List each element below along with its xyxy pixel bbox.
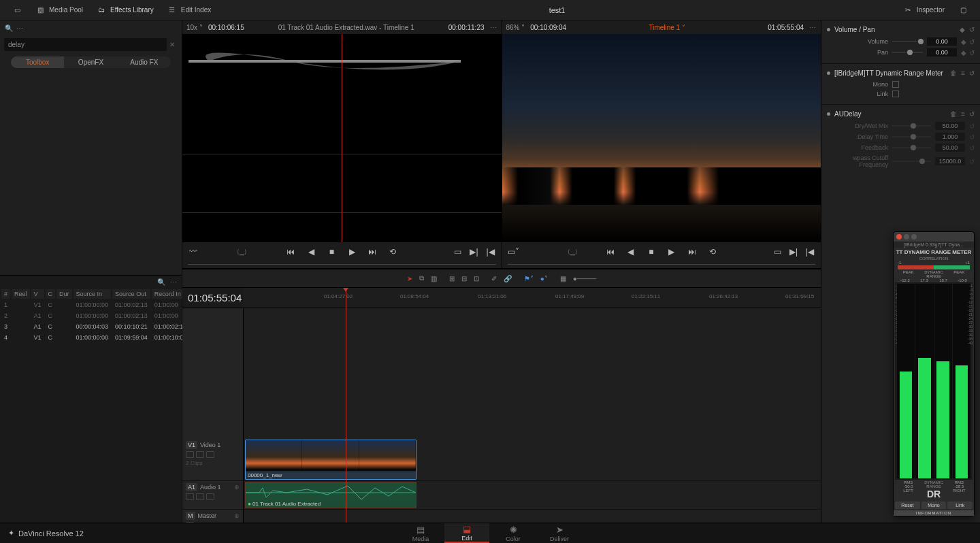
inspector-toggle[interactable]: ✂Inspector bbox=[896, 3, 951, 18]
zoom-dropdown[interactable]: 10x ˅ bbox=[186, 24, 203, 31]
table-row[interactable]: 4V1C01:00:00:0001:09:59:0401:00:10:0 bbox=[1, 333, 186, 342]
controls-icon[interactable]: ≡ bbox=[961, 69, 965, 77]
tab-openfx[interactable]: OpenFX bbox=[64, 56, 117, 68]
marker-dropdown[interactable]: ●˅ bbox=[540, 275, 548, 282]
volume-value[interactable]: 0.00 bbox=[927, 37, 957, 46]
audio-scrub-icon[interactable]: 〰 bbox=[188, 247, 199, 257]
stop-button[interactable]: ■ bbox=[326, 247, 337, 257]
table-row[interactable]: 2A1C01:00:00:0001:00:02:1301:00:00 bbox=[1, 311, 186, 320]
reset-icon[interactable]: ↺ bbox=[969, 110, 975, 118]
param-value[interactable]: 15000.0 bbox=[935, 157, 965, 165]
timeline-body[interactable]: 01:04:27:02 01:08:54:04 01:13:21:06 01:1… bbox=[244, 288, 821, 531]
source-scrubber[interactable] bbox=[182, 261, 502, 268]
match-frame-icon[interactable]: ▭ bbox=[772, 247, 783, 257]
workspace-menu-icon[interactable]: ▭ bbox=[5, 3, 29, 18]
match-frame-icon[interactable]: ▭ bbox=[453, 247, 463, 257]
link-checkbox[interactable] bbox=[892, 90, 899, 97]
table-row[interactable]: 1V1C01:00:00:0001:00:02:1301:00:00 bbox=[1, 300, 186, 310]
go-prev-icon[interactable]: |◀ bbox=[804, 247, 815, 257]
page-tab-edit[interactable]: ⬓Edit bbox=[444, 523, 489, 543]
next-frame-button[interactable]: ⏭ bbox=[367, 247, 378, 257]
delay-slider[interactable] bbox=[892, 136, 931, 137]
razor-tool-icon[interactable]: ▥ bbox=[431, 275, 437, 282]
keyframe-icon[interactable]: ◆ bbox=[961, 49, 966, 56]
media-pool-toggle[interactable]: ▧Media Pool bbox=[29, 3, 90, 18]
video-clip[interactable]: 00000_1_new bbox=[245, 440, 416, 480]
feedback-slider[interactable] bbox=[892, 147, 931, 148]
pan-value[interactable]: 0.00 bbox=[927, 48, 957, 56]
lopass-slider[interactable] bbox=[892, 161, 931, 162]
effects-library-toggle[interactable]: 🗂Effects Library bbox=[90, 3, 161, 18]
track-header-a1[interactable]: A1Audio 1⊕ bbox=[182, 481, 243, 510]
inspector-section-header[interactable]: AUDelay 🗑≡↺ bbox=[827, 110, 975, 118]
reset-icon[interactable]: ↺ bbox=[969, 69, 975, 77]
edit-index-toggle[interactable]: ☰Edit Index bbox=[161, 3, 218, 18]
options-icon[interactable]: ⋯ bbox=[16, 24, 24, 32]
trash-icon[interactable]: 🗑 bbox=[950, 69, 957, 77]
play-button[interactable]: ▶ bbox=[666, 247, 677, 257]
inspector-section-header[interactable]: [IBridgeM]TT Dynamic Range Meter 🗑≡↺ bbox=[827, 69, 975, 77]
reset-icon[interactable]: ↺ bbox=[969, 38, 975, 46]
video-track-1[interactable]: 00000_1_new bbox=[244, 439, 821, 481]
overwrite-clip-icon[interactable]: ⊟ bbox=[461, 275, 467, 282]
prev-frame-button[interactable]: ◀ bbox=[625, 247, 636, 257]
keyframe-icon[interactable]: ◆ bbox=[960, 26, 965, 33]
selection-tool-icon[interactable]: ➤ bbox=[407, 275, 412, 282]
tab-audiofx[interactable]: Audio FX bbox=[118, 56, 171, 68]
search-icon[interactable]: 🔍 bbox=[157, 277, 166, 286]
stop-button[interactable]: ■ bbox=[646, 247, 657, 257]
loop-button[interactable]: ⟲ bbox=[707, 247, 718, 257]
go-next-icon[interactable]: ▶| bbox=[788, 247, 799, 257]
controls-icon[interactable]: ≡ bbox=[961, 110, 965, 118]
blade-icon[interactable]: ✐ bbox=[491, 275, 497, 282]
zoom-dropdown[interactable]: 86% ˅ bbox=[506, 24, 525, 31]
first-frame-button[interactable]: ⏮ bbox=[605, 247, 616, 257]
program-canvas[interactable] bbox=[502, 34, 821, 242]
expand-icon[interactable]: ▢ bbox=[951, 3, 975, 18]
page-tab-deliver[interactable]: ➤Deliver bbox=[537, 523, 582, 543]
solo-icon[interactable] bbox=[206, 493, 214, 500]
timeline-view-icon[interactable]: ▦ bbox=[560, 275, 566, 282]
tab-toolbox[interactable]: Toolbox bbox=[11, 56, 64, 68]
track-toggle-icon[interactable] bbox=[186, 451, 194, 458]
dynamic-range-meter-window[interactable]: [IBridgeM 0.93g7]TT Dyna... TT DYNAMIC R… bbox=[893, 231, 975, 516]
viewer-options-icon[interactable]: ⋯ bbox=[809, 24, 817, 31]
lock-icon[interactable] bbox=[196, 493, 204, 500]
information-button[interactable]: INFORMATION bbox=[894, 510, 974, 516]
prev-frame-button[interactable]: ◀ bbox=[306, 247, 316, 257]
link-icon[interactable]: 🔗 bbox=[504, 275, 512, 282]
source-canvas[interactable] bbox=[182, 34, 502, 242]
lock-icon[interactable] bbox=[196, 451, 204, 458]
trim-tool-icon[interactable]: ⧉ bbox=[419, 274, 424, 282]
reset-button[interactable]: Reset bbox=[895, 501, 920, 509]
in-out-prev-icon[interactable]: |◀ bbox=[485, 247, 496, 257]
param-value[interactable]: 50.00 bbox=[935, 122, 965, 130]
link-button[interactable]: Link bbox=[947, 501, 973, 509]
timeline-name[interactable]: Timeline 1 ˅ bbox=[572, 24, 762, 31]
minimize-window-icon[interactable] bbox=[904, 234, 909, 240]
track-header-v1[interactable]: V1Video 1 2 Clips bbox=[182, 439, 243, 481]
zoom-window-icon[interactable] bbox=[911, 234, 917, 240]
insert-clip-icon[interactable]: ⊞ bbox=[449, 275, 455, 282]
mono-checkbox[interactable] bbox=[892, 81, 899, 88]
mono-button[interactable]: Mono bbox=[921, 501, 947, 509]
page-tab-color[interactable]: ✺Color bbox=[491, 523, 536, 543]
audio-track-1[interactable]: ● 01 Track 01 Audio Extracted bbox=[244, 481, 821, 510]
pan-slider[interactable] bbox=[892, 52, 923, 53]
clear-search-icon[interactable]: ✕ bbox=[169, 41, 178, 49]
page-tab-media[interactable]: ▤Media bbox=[398, 523, 443, 543]
loop-button[interactable]: ⟲ bbox=[387, 247, 398, 257]
viewer-options-icon[interactable]: ⋯ bbox=[490, 24, 497, 31]
trash-icon[interactable]: 🗑 bbox=[950, 110, 957, 118]
volume-slider[interactable] bbox=[892, 41, 923, 42]
inspector-section-header[interactable]: Volume / Pan ◆↺ bbox=[827, 26, 975, 33]
options-icon[interactable]: ⋯ bbox=[170, 278, 178, 286]
window-titlebar[interactable] bbox=[894, 232, 974, 242]
viewer-mode-icon[interactable]: ▭˅ bbox=[508, 247, 519, 257]
audio-clip[interactable]: ● 01 Track 01 Audio Extracted bbox=[245, 482, 416, 508]
keyframe-icon[interactable]: ◆ bbox=[961, 38, 966, 46]
replace-clip-icon[interactable]: ⊡ bbox=[474, 275, 479, 282]
table-row[interactable]: 3A1C00:00:04:0300:10:10:2101:00:02:1 bbox=[1, 322, 186, 331]
play-button[interactable]: ▶ bbox=[346, 247, 357, 257]
program-scrubber[interactable] bbox=[502, 261, 821, 268]
